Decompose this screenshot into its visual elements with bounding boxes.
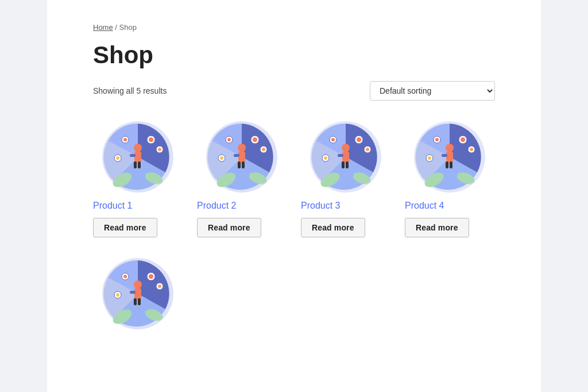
svg-rect-70 <box>134 298 137 305</box>
svg-point-51 <box>446 144 454 152</box>
svg-rect-20 <box>238 151 245 163</box>
svg-rect-23 <box>242 162 245 168</box>
breadcrumb-home[interactable]: Home <box>93 23 113 32</box>
product-image-5[interactable] <box>93 255 183 329</box>
product-name-2[interactable]: Product 2 <box>197 201 236 211</box>
breadcrumb-current: Shop <box>119 23 137 32</box>
page-title: Shop <box>93 42 495 68</box>
shop-toolbar: Showing all 5 results Default sortingSor… <box>93 81 495 101</box>
product-card-3: Product 3 Read more <box>301 118 391 237</box>
svg-point-57 <box>461 137 465 142</box>
page-wrapper: Home / Shop Shop Showing all 5 results D… <box>47 0 541 392</box>
svg-rect-21 <box>234 154 239 157</box>
product-image-3[interactable] <box>301 118 391 193</box>
product-card-2: Product 2 Read more <box>197 118 287 237</box>
svg-rect-36 <box>342 151 349 163</box>
svg-point-67 <box>134 280 142 289</box>
svg-rect-5 <box>130 154 136 157</box>
svg-point-29 <box>227 138 231 141</box>
svg-point-35 <box>342 144 350 152</box>
product-image-2[interactable] <box>197 118 287 193</box>
breadcrumb-separator: / <box>113 23 119 32</box>
products-row2 <box>93 255 495 337</box>
svg-rect-4 <box>134 151 141 163</box>
svg-point-19 <box>238 144 246 152</box>
product-card-5 <box>93 255 183 337</box>
products-grid: Product 1 Read more <box>93 118 495 237</box>
product-name-1[interactable]: Product 1 <box>93 201 132 211</box>
svg-rect-38 <box>342 162 345 168</box>
sort-select[interactable]: Default sortingSort by popularitySort by… <box>370 81 495 101</box>
svg-point-15 <box>116 156 119 160</box>
product-card-1: Product 1 Read more <box>93 118 183 237</box>
product-image-1[interactable] <box>93 118 183 193</box>
svg-point-79 <box>116 293 119 297</box>
svg-point-27 <box>262 148 265 151</box>
svg-rect-54 <box>446 162 448 168</box>
svg-point-3 <box>134 144 142 152</box>
svg-rect-53 <box>442 154 447 157</box>
svg-point-77 <box>123 275 127 278</box>
breadcrumb: Home / Shop <box>93 23 495 32</box>
svg-point-11 <box>158 148 161 151</box>
svg-rect-7 <box>138 162 141 168</box>
svg-point-61 <box>435 138 439 141</box>
results-count: Showing all 5 results <box>93 86 167 95</box>
svg-rect-52 <box>446 151 453 163</box>
svg-point-47 <box>324 156 327 160</box>
svg-rect-69 <box>130 291 136 294</box>
product-name-3[interactable]: Product 3 <box>301 201 340 211</box>
svg-rect-22 <box>238 162 241 168</box>
svg-point-9 <box>149 137 153 142</box>
read-more-button-2[interactable]: Read more <box>197 218 261 237</box>
svg-point-43 <box>366 148 369 151</box>
svg-point-25 <box>253 137 257 142</box>
svg-point-73 <box>149 274 153 279</box>
svg-rect-55 <box>450 162 452 168</box>
product-image-4[interactable] <box>405 118 495 193</box>
svg-rect-71 <box>138 298 141 305</box>
svg-rect-37 <box>338 154 343 157</box>
svg-point-59 <box>470 148 473 151</box>
read-more-button-1[interactable]: Read more <box>93 218 157 237</box>
svg-point-41 <box>357 137 361 142</box>
product-card-4: Product 4 Read more <box>405 118 495 237</box>
svg-rect-68 <box>134 288 141 299</box>
svg-point-45 <box>331 138 335 141</box>
svg-point-31 <box>220 156 223 160</box>
svg-rect-6 <box>134 162 137 168</box>
read-more-button-4[interactable]: Read more <box>405 218 469 237</box>
read-more-button-3[interactable]: Read more <box>301 218 365 237</box>
svg-rect-39 <box>346 162 349 168</box>
product-name-4[interactable]: Product 4 <box>405 201 444 211</box>
svg-point-63 <box>428 156 431 160</box>
svg-point-75 <box>158 285 161 288</box>
svg-point-13 <box>123 138 127 141</box>
